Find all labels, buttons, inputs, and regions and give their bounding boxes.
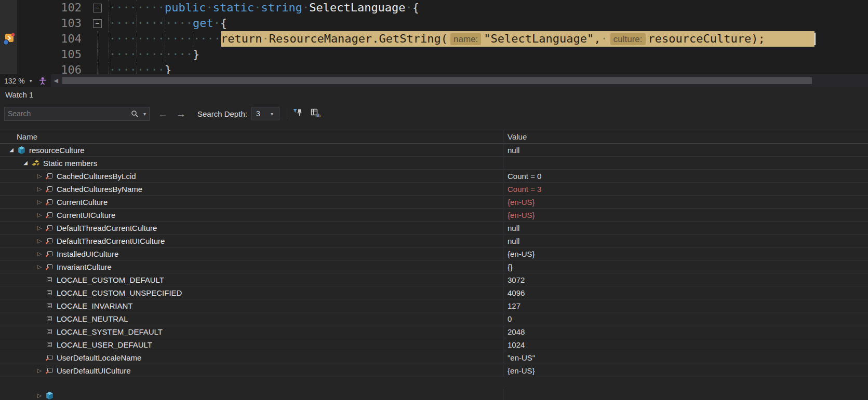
row-name-cell[interactable]: LOCALE_NEUTRAL [0,312,503,325]
search-dropdown-icon[interactable]: ▾ [140,111,149,117]
row-name-cell[interactable]: ▷UserDefaultUICulture [0,364,503,377]
watch-row[interactable]: LOCALE_CUSTOM_DEFAULT3072 [0,273,868,286]
watch-row[interactable]: ▷InvariantCulture{} [0,260,868,273]
row-name-cell[interactable]: ◢Static members [0,157,503,169]
watch-value[interactable]: {} [503,260,868,273]
watch-value[interactable]: "en-US" [503,351,868,364]
search-input[interactable] [5,109,129,118]
expand-arrow-icon[interactable]: ▷ [35,251,44,257]
watch-row[interactable]: LOCALE_SYSTEM_DEFAULT2048 [0,325,868,338]
row-name-cell[interactable]: ▷InvariantCulture [0,260,503,273]
pin-to-source-button[interactable] [290,107,305,120]
watch-value[interactable]: {en-US} [503,247,868,260]
watch-value[interactable]: 127 [503,299,868,312]
watch-value[interactable]: null [503,235,868,247]
collapse-region-icon[interactable]: − [93,4,102,12]
collapse-arrow-icon[interactable]: ◢ [7,147,16,153]
scrollbar-track[interactable] [61,74,868,87]
search-forward-button[interactable]: → [176,109,186,119]
code-action-icon[interactable] [2,32,16,46]
watch-value[interactable]: 2048 [503,325,868,338]
collapse-arrow-icon[interactable]: ◢ [21,160,30,165]
watch-row[interactable]: ▷InstalledUICulture{en-US} [0,247,868,260]
expand-arrow-icon[interactable]: ▷ [35,393,44,398]
watch-value[interactable]: {en-US} [503,364,868,377]
expand-arrow-icon[interactable]: ▷ [35,238,44,244]
watch-value[interactable]: {en-US} [503,209,868,221]
row-name-cell[interactable]: LOCALE_CUSTOM_DEFAULT [0,273,503,286]
text-visualizer-button[interactable]: ab [308,107,323,120]
expand-arrow-icon[interactable]: ▷ [35,212,44,218]
search-back-button[interactable]: ← [158,109,168,119]
row-name-cell[interactable]: ▷CachedCulturesByName [0,183,503,195]
watch-row[interactable]: LOCALE_CUSTOM_UNSPECIFIED4096 [0,286,868,299]
expand-arrow-icon[interactable]: ▷ [35,368,44,374]
collapse-region-icon[interactable]: − [93,19,102,28]
line-number: 106 [17,62,86,74]
watch-row[interactable]: ▷ [0,389,868,400]
watch-value[interactable]: null [503,144,868,156]
expand-arrow-icon[interactable]: ▷ [35,264,44,270]
watch-value[interactable]: 3072 [503,273,868,286]
row-name-cell[interactable]: ▷CurrentUICulture [0,209,503,221]
accessibility-icon[interactable] [38,77,47,85]
watch-value[interactable]: Count = 0 [503,170,868,182]
watch-row[interactable]: ◢resourceCulturenull [0,144,868,157]
watch-row[interactable]: LOCALE_USER_DEFAULT1024 [0,338,868,351]
scroll-left-icon[interactable]: ◀ [51,77,61,84]
row-name-cell[interactable]: ▷CachedCulturesByLcid [0,170,503,182]
row-name-cell[interactable]: LOCALE_USER_DEFAULT [0,338,503,351]
watch-row[interactable]: ◢Static members [0,157,868,170]
watch-value[interactable]: 4096 [503,286,868,299]
watch-row[interactable]: ▷CurrentCulture{en-US} [0,196,868,209]
watch-row[interactable]: ▷DefaultThreadCurrentUICulturenull [0,235,868,247]
row-name-cell[interactable]: ▷InstalledUICulture [0,247,503,260]
code-line[interactable]: 102−········public·static·string·SelectL… [17,0,868,16]
watch-row[interactable]: ▷CurrentUICulture{en-US} [0,209,868,222]
row-name-cell[interactable]: LOCALE_INVARIANT [0,299,503,312]
code-line[interactable]: 106········} [17,62,868,74]
watch-row[interactable]: LOCALE_INVARIANT127 [0,299,868,312]
code-token: get [193,16,213,31]
watch-value[interactable]: Count = 3 [503,183,868,195]
indent-guide: ···· [165,47,193,62]
const-icon [45,301,54,310]
row-name-cell[interactable]: LOCALE_CUSTOM_UNSPECIFIED [0,286,503,299]
indent-guide: ···· [109,47,137,62]
row-name-cell[interactable]: ▷DefaultThreadCurrentCulture [0,222,503,234]
expand-arrow-icon[interactable]: ▷ [35,186,44,192]
zoom-control[interactable]: 132 % ▾ [0,77,32,85]
code-token: } [165,62,171,74]
row-name-cell[interactable]: LOCALE_SYSTEM_DEFAULT [0,325,503,338]
watch-name: LOCALE_CUSTOM_UNSPECIFIED [57,288,182,297]
watch-value[interactable]: null [503,222,868,234]
row-name-cell[interactable]: ▷ [0,389,503,400]
expand-arrow-icon[interactable]: ▷ [35,225,44,231]
expand-arrow-icon[interactable]: ▷ [35,199,44,205]
watch-row[interactable]: UserDefaultLocaleName"en-US" [0,351,868,364]
watch-value[interactable]: 1024 [503,338,868,351]
watch-name: CurrentUICulture [57,211,115,219]
watch-row[interactable]: ▷DefaultThreadCurrentCulturenull [0,222,868,235]
code-line[interactable]: 103−············get·{ [17,16,868,31]
expand-arrow-icon[interactable]: ▷ [35,173,44,179]
code-line[interactable]: 104················return·ResourceManage… [17,31,868,47]
row-name-cell[interactable]: ◢resourceCulture [0,144,503,156]
watch-value[interactable] [503,157,868,169]
code-lines[interactable]: 102−········public·static·string·SelectL… [17,0,868,74]
watch-row[interactable]: LOCALE_NEUTRAL0 [0,312,868,325]
code-line[interactable]: 105············} [17,47,868,62]
row-name-cell[interactable]: ▷CurrentCulture [0,196,503,208]
watch-value[interactable]: {en-US} [503,196,868,208]
search-depth-select[interactable]: 3 ▾ [251,107,279,120]
search-icon[interactable] [131,110,139,118]
watch-value[interactable]: 0 [503,312,868,325]
watch-value[interactable] [503,389,868,400]
horizontal-scrollbar[interactable]: ◀ [51,74,868,87]
watch-row[interactable]: ▷CachedCulturesByLcidCount = 0 [0,170,868,183]
watch-row[interactable]: ▷UserDefaultUICulture{en-US} [0,364,868,377]
watch-row[interactable]: ▷CachedCulturesByNameCount = 3 [0,183,868,196]
row-name-cell[interactable]: ▷DefaultThreadCurrentUICulture [0,235,503,247]
scrollbar-thumb[interactable] [62,77,812,84]
row-name-cell[interactable]: UserDefaultLocaleName [0,351,503,364]
